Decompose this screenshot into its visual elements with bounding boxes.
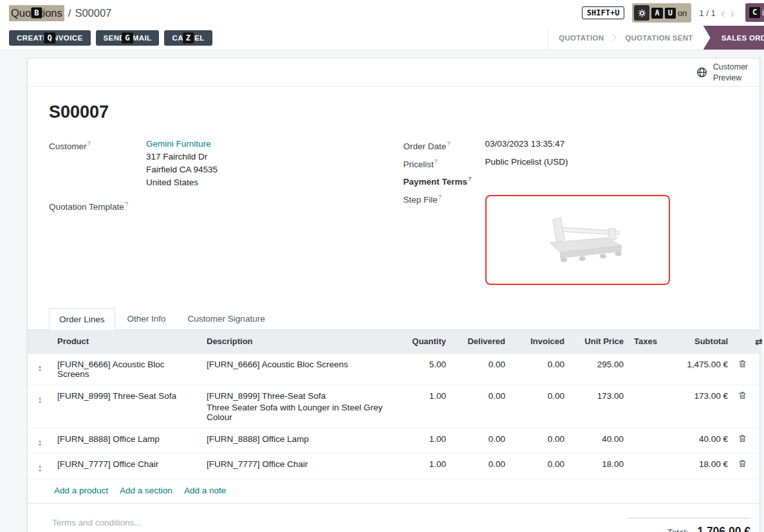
help-icon: ?: [468, 175, 472, 182]
form-sheet: Customer Preview S00007 Customer? Gemini…: [27, 58, 760, 532]
cell-unit-price[interactable]: 18.00: [570, 454, 629, 479]
add-a-section-link[interactable]: Add a section: [120, 486, 172, 495]
page-title: S00007: [28, 102, 759, 122]
cell-product[interactable]: [FURN_6666] Acoustic Bloc Screens: [52, 353, 201, 385]
drag-handle[interactable]: ▴▾: [28, 454, 52, 479]
customer-link[interactable]: Gemini Furniture: [146, 139, 384, 149]
statusbar-stage-sales-order-active[interactable]: SALES ORDER: [703, 26, 764, 50]
cell-unit-price[interactable]: 173.00: [570, 385, 629, 428]
add-a-note-link[interactable]: Add a note: [184, 486, 226, 495]
delete-row-button[interactable]: [733, 454, 750, 479]
cell-delivered[interactable]: 0.00: [451, 385, 510, 428]
tab-other-info[interactable]: Other Info: [118, 308, 176, 329]
kbd-hint-send-email: G: [122, 32, 133, 43]
cancel-button[interactable]: CANCEL Z: [164, 30, 212, 46]
cell-invoiced[interactable]: 0.00: [510, 428, 570, 454]
cell-invoiced[interactable]: 0.00: [510, 454, 570, 479]
cell-subtotal: 40.00 €: [665, 428, 733, 454]
delete-row-button[interactable]: [733, 428, 750, 454]
add-a-product-link[interactable]: Add a product: [54, 486, 108, 495]
optional-columns-header: ⇄: [750, 330, 761, 354]
column-header-description: Description: [201, 330, 395, 354]
cell-product[interactable]: [FURN_8888] Office Lamp: [52, 428, 201, 454]
drag-handle[interactable]: ▴▾: [28, 353, 52, 385]
send-email-button[interactable]: SEND EMAIL G: [96, 30, 160, 46]
action-menu-button[interactable]: A U on: [632, 3, 691, 23]
field-group-right: Order Date? 03/03/2023 13:35:47 Pricelis…: [404, 139, 739, 290]
total-block: Total: 1,706.00 €: [628, 518, 750, 532]
tab-customer-signature[interactable]: Customer Signature: [178, 308, 275, 329]
column-header-quantity: Quantity: [395, 330, 451, 354]
cell-taxes[interactable]: [629, 385, 665, 428]
field-pricelist: Pricelist? Public Pricelist (USD): [404, 157, 739, 169]
spacer-cell: [750, 353, 761, 385]
main-content: Customer Preview S00007 Customer? Gemini…: [0, 50, 764, 532]
statusbar-stage-quotation[interactable]: QUOTATION: [548, 26, 614, 50]
cell-product[interactable]: [FURN_8999] Three-Seat Sofa: [52, 385, 201, 428]
cell-subtotal: 173.00 €: [665, 385, 733, 428]
pager-previous-icon[interactable]: ‹: [721, 6, 725, 19]
cell-quantity[interactable]: 1.00: [395, 454, 451, 479]
cell-delivered[interactable]: 0.00: [451, 428, 510, 454]
field-grid: Customer? Gemini Furniture 317 Fairchild…: [28, 139, 759, 290]
kbd-hint-shift-u: SHIFT+U: [582, 6, 625, 19]
quotation-template-label: Quotation Template?: [49, 199, 146, 212]
drag-handle[interactable]: ▴▾: [28, 428, 52, 454]
kbd-hint-action-a: A: [651, 8, 662, 19]
cell-quantity[interactable]: 5.00: [395, 353, 451, 385]
help-icon: ?: [438, 193, 442, 200]
cell-taxes[interactable]: [629, 353, 665, 385]
create-invoice-button[interactable]: CREATE INVOICE Q: [9, 30, 91, 46]
action-button-label: on: [678, 8, 687, 18]
help-icon: ?: [125, 200, 128, 207]
cell-taxes[interactable]: [629, 428, 665, 454]
cell-delivered[interactable]: 0.00: [451, 454, 510, 479]
customer-preview-link[interactable]: Customer Preview: [696, 62, 748, 84]
cell-unit-price[interactable]: 40.00: [570, 428, 629, 454]
field-quotation-template: Quotation Template?: [49, 199, 384, 212]
cell-invoiced[interactable]: 0.00: [510, 385, 570, 428]
column-header-product: Product: [52, 330, 201, 354]
step-file-image-field[interactable]: [485, 195, 670, 285]
cell-subtotal: 1,475.00 €: [665, 353, 733, 385]
cell-description[interactable]: [FURN_7777] Office Chair: [201, 454, 395, 479]
cell-description[interactable]: [FURN_6666] Acoustic Bloc Screens: [201, 353, 395, 385]
field-step-file: Step File?: [404, 192, 739, 285]
pricelist-value[interactable]: Public Pricelist (USD): [485, 157, 739, 167]
sheet-header-row: Customer Preview: [28, 59, 759, 87]
line-add-links: Add a product Add a section Add a note: [28, 479, 759, 504]
help-icon: ?: [447, 140, 450, 147]
cell-description[interactable]: [FURN_8888] Office Lamp: [201, 428, 395, 454]
statusbar-stage-quotation-sent[interactable]: QUOTATION SENT: [615, 26, 703, 50]
pricelist-label: Pricelist?: [404, 157, 485, 169]
cell-delivered[interactable]: 0.00: [451, 353, 510, 385]
order-date-value[interactable]: 03/03/2023 13:35:47: [485, 139, 739, 149]
customer-preview-label: Customer Preview: [713, 62, 748, 84]
address-line: United States: [146, 178, 384, 187]
cell-unit-price[interactable]: 295.00: [570, 353, 629, 385]
step-file-field: [485, 192, 739, 285]
sheet-body: S00007 Customer? Gemini Furniture 317 Fa…: [28, 87, 759, 532]
customer-label: Customer?: [49, 139, 146, 151]
notebook-tabs: Order Lines Other Info Customer Signatur…: [28, 308, 759, 330]
terms-and-conditions-field[interactable]: Terms and conditions...: [52, 518, 142, 527]
cell-description[interactable]: [FURN_8999] Three-Seat Sofa Three Seater…: [201, 385, 395, 428]
statusbar: QUOTATION QUOTATION SENT SALES ORDER: [548, 26, 764, 50]
cell-quantity[interactable]: 1.00: [395, 385, 451, 428]
delete-row-button[interactable]: [733, 385, 750, 428]
tab-order-lines[interactable]: Order Lines: [49, 308, 115, 330]
corner-button[interactable]: C i: [745, 3, 764, 22]
drag-handle[interactable]: ▴▾: [28, 385, 52, 428]
cell-invoiced[interactable]: 0.00: [510, 353, 570, 385]
cell-quantity[interactable]: 1.00: [395, 428, 451, 454]
delete-row-button[interactable]: [733, 353, 750, 385]
cell-taxes[interactable]: [629, 454, 665, 479]
cell-product[interactable]: [FURN_7777] Office Chair: [52, 454, 201, 479]
address-line: Fairfield CA 94535: [146, 165, 384, 174]
pager-next-icon[interactable]: ›: [730, 6, 734, 19]
breadcrumb-parent-quotations[interactable]: Quotations B: [9, 5, 64, 21]
table-header-row: Product Description Quantity Delivered I…: [28, 330, 761, 354]
help-icon: ?: [434, 158, 438, 165]
field-group-left: Customer? Gemini Furniture 317 Fairchild…: [49, 139, 384, 290]
optional-columns-icon[interactable]: ⇄: [755, 336, 763, 347]
